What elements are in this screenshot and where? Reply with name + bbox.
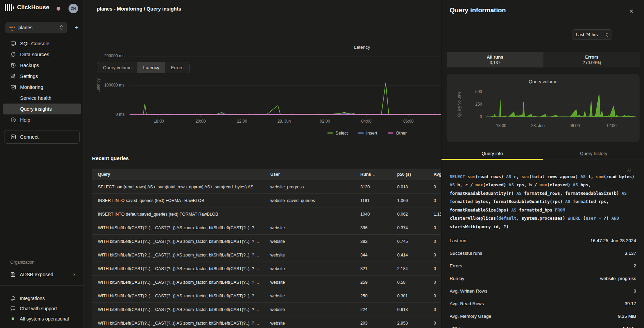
tab-all-runs[interactable]: All runs 3,137	[447, 52, 543, 67]
add-service-button[interactable]: +	[72, 22, 82, 33]
monitoring-chart-icon	[10, 84, 16, 90]
copy-icon[interactable]	[627, 168, 631, 172]
chevron-updown-icon	[60, 25, 63, 30]
table-cell: 0	[434, 280, 441, 285]
clock-rotate-icon	[10, 63, 16, 68]
table-cell: 250	[360, 294, 397, 298]
sidebar-item-monitoring[interactable]: Monitoring	[0, 82, 84, 93]
x-tick-label: 28. Jun	[278, 119, 291, 124]
sidebar-item-label: Settings	[20, 74, 38, 79]
column-header-p50[interactable]: p50 (s)	[397, 172, 434, 177]
sidebar-item-backups[interactable]: Backups	[0, 60, 84, 71]
stat-label: Successful runs	[450, 251, 482, 256]
table-cell: 2.184	[397, 266, 434, 271]
main-header: planes - Monitoring / Query insights	[84, 0, 441, 18]
tab-query-info[interactable]: Query info	[441, 148, 543, 159]
summary-tabs: All runs 3,137 Errors 2 (0.06%)	[447, 52, 640, 67]
sidebar-item-data-sources[interactable]: Data sources	[0, 49, 84, 60]
sidebar-item-sql-console[interactable]: SQL Console	[0, 38, 84, 49]
stat-row: p50 latency0.018s	[450, 323, 636, 328]
sidebar-item-label: Query insights	[20, 106, 52, 112]
table-cell: 203	[360, 321, 397, 326]
latency-y-ticks: 0 ms100000 ms200000 ms	[94, 0, 124, 136]
sidebar-item-query-insights[interactable]: Query insights	[3, 104, 81, 114]
table-row[interactable]: WITH bitShiftLeft(CAST(?..), _CAST(?..))…	[92, 316, 441, 328]
x-tick-label: 12:00	[606, 123, 616, 128]
y-tick-label: 0 ms	[94, 112, 124, 117]
help-icon: ?	[10, 117, 16, 123]
user-avatar[interactable]: ZN	[69, 4, 78, 13]
query-volume-x-ticks: 18:0028. Jun06:0012:00	[486, 123, 636, 129]
table-cell: website_saved_queries	[270, 198, 360, 203]
query-information-panel: Query information ✕ Last 24 hrs All runs…	[441, 0, 644, 328]
latency-chart	[130, 56, 441, 115]
latency-legend: SelectInsertOther	[327, 130, 407, 136]
legend-item-insert[interactable]: Insert	[358, 130, 377, 136]
table-cell: 1.066	[397, 198, 434, 203]
sidebar-item-chat-support[interactable]: Chat with support	[0, 303, 84, 314]
table-row[interactable]: SELECT sum(read_rows) AS r, sum(total_ro…	[92, 180, 441, 193]
table-cell: 0.414	[397, 253, 434, 257]
legend-color-dash	[358, 132, 364, 134]
sidebar-item-system-status[interactable]: All systems operational	[0, 314, 84, 324]
column-header-user[interactable]: User	[270, 172, 360, 177]
connect-button[interactable]: Connect	[4, 130, 80, 144]
table-cell: WITH bitShiftLeft(CAST(?..), _CAST(?..))…	[92, 253, 270, 257]
tab-errors-summary[interactable]: Errors 2 (0.06%)	[543, 52, 640, 67]
table-cell: 0	[434, 185, 441, 189]
table-cell: website	[270, 294, 360, 298]
table-cell: 0	[434, 253, 441, 257]
sidebar-item-service-health[interactable]: Service health	[0, 93, 84, 104]
table-cell: 0.58	[397, 280, 434, 285]
close-icon[interactable]: ✕	[628, 7, 635, 15]
sql-code: SELECT sum(read_rows) AS r, sum(total_ro…	[450, 173, 636, 231]
table-cell: 0	[434, 266, 441, 271]
table-cell: 382	[360, 239, 397, 244]
stat-row: Avg. Written Rows0	[450, 285, 636, 297]
sidebar-item-integrations[interactable]: Integrations	[0, 293, 84, 303]
table-row[interactable]: WITH bitShiftLeft(CAST(?..), _CAST(?..))…	[92, 302, 441, 316]
table-row[interactable]: WITH bitShiftLeft(CAST(?..), _CAST(?..))…	[92, 248, 441, 262]
table-row[interactable]: INSERT INTO saved_queries (text) FORMAT …	[92, 193, 441, 207]
stat-row: Successful runs3,137	[450, 247, 636, 260]
column-header-avg[interactable]: Avg.	[434, 172, 441, 177]
stat-value: 3,137	[625, 251, 636, 256]
stat-label: Avg. Read Rows	[450, 301, 484, 306]
organization-switcher[interactable]: ADSB.exposed ›	[4, 268, 80, 281]
x-tick-label: 18:00	[496, 123, 506, 128]
table-cell: 0.018	[397, 185, 434, 189]
table-row[interactable]: WITH bitShiftLeft(CAST(?..), _CAST(?..))…	[92, 262, 441, 275]
table-cell: 1.15	[434, 212, 441, 217]
recent-queries-body: SELECT sum(read_rows) AS r, sum(total_ro…	[92, 180, 441, 328]
table-cell: WITH bitShiftLeft(CAST(?..), _CAST(?..))…	[92, 239, 270, 244]
column-header-query[interactable]: Query	[92, 172, 270, 177]
panel-divider	[441, 24, 644, 24]
x-tick-label: 06:00	[570, 123, 580, 128]
table-row[interactable]: WITH bitShiftLeft(CAST(?..), _CAST(?..))…	[92, 275, 441, 289]
column-header-runs[interactable]: Runs⌄	[360, 172, 397, 177]
table-row[interactable]: INSERT INTO default.saved_queries (text)…	[92, 207, 441, 221]
legend-item-other[interactable]: Other	[388, 130, 407, 136]
sidebar-item-label: Backups	[20, 63, 39, 68]
table-cell: WITH bitShiftLeft(CAST(?..), _CAST(?..))…	[92, 225, 270, 230]
legend-label: Select	[335, 130, 348, 136]
stat-row: Run bywebsite_progress	[450, 272, 636, 285]
y-tick-label: 500	[451, 89, 482, 94]
table-cell: website	[270, 321, 360, 326]
table-row[interactable]: WITH bitShiftLeft(CAST(?..), _CAST(?..))…	[92, 289, 441, 302]
sidebar: ClickHouse ZN aws‿ planes + SQL Console …	[0, 0, 84, 328]
tab-query-history[interactable]: Query history	[543, 148, 644, 159]
chevron-right-icon: ›	[73, 271, 75, 278]
service-selector[interactable]: aws‿ planes	[5, 22, 67, 33]
table-row[interactable]: WITH bitShiftLeft(CAST(?..), _CAST(?..))…	[92, 234, 441, 248]
table-cell: website	[270, 280, 360, 285]
table-cell: INSERT INTO default.saved_queries (text)…	[92, 212, 270, 217]
query-volume-chart	[486, 92, 636, 117]
legend-item-select[interactable]: Select	[327, 130, 348, 136]
sidebar-item-help[interactable]: ? Help	[0, 114, 84, 125]
terminal-icon	[10, 41, 16, 47]
sidebar-item-settings[interactable]: Settings	[0, 71, 84, 82]
system-status-label: All systems operational	[20, 316, 69, 322]
time-range-select[interactable]: Last 24 hrs	[572, 29, 612, 40]
table-row[interactable]: WITH bitShiftLeft(CAST(?..), _CAST(?..))…	[92, 221, 441, 234]
